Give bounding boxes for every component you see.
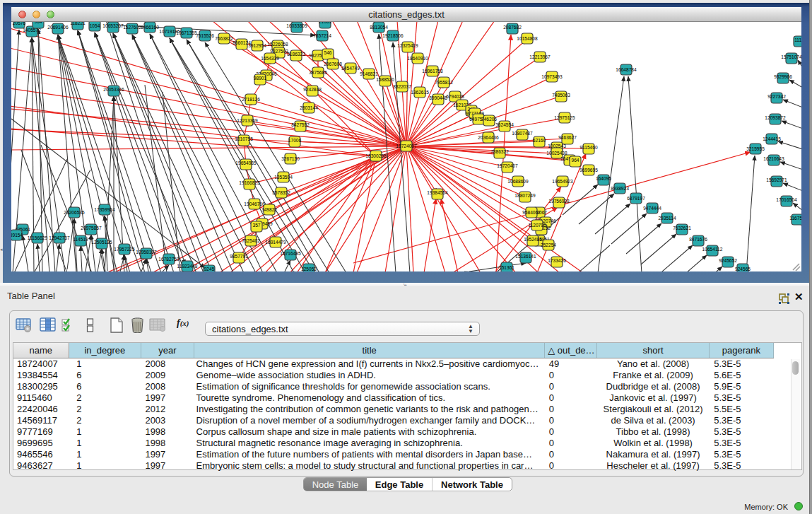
- svg-text:19756928: 19756928: [548, 199, 570, 204]
- svg-text:11923448: 11923448: [177, 264, 198, 269]
- svg-text:9857791: 9857791: [230, 254, 248, 259]
- svg-text:20975857: 20975857: [81, 226, 102, 230]
- svg-text:11156829: 11156829: [28, 235, 48, 240]
- svg-text:3912954: 3912954: [248, 43, 266, 48]
- svg-text:1120796: 1120796: [528, 223, 546, 228]
- svg-text:7485063: 7485063: [552, 93, 570, 98]
- svg-text:18724007: 18724007: [396, 144, 417, 148]
- svg-text:1054: 1054: [90, 23, 100, 28]
- svg-text:10154808: 10154808: [517, 36, 538, 41]
- svg-text:10653267: 10653267: [102, 23, 124, 28]
- svg-text:252254: 252254: [541, 243, 556, 247]
- svg-text:19654923: 19654923: [552, 179, 573, 184]
- svg-text:7857214: 7857214: [313, 33, 331, 38]
- svg-text:20576: 20576: [13, 22, 26, 25]
- svg-text:9329966: 9329966: [774, 74, 792, 79]
- svg-text:20691406: 20691406: [47, 25, 69, 30]
- svg-text:3267130: 3267130: [281, 156, 300, 161]
- svg-text:8990448: 8990448: [429, 95, 447, 100]
- svg-text:9245652: 9245652: [719, 258, 737, 263]
- svg-text:18300295: 18300295: [365, 153, 387, 158]
- svg-text:1353594: 1353594: [274, 175, 293, 180]
- svg-text:16033809: 16033809: [286, 23, 307, 28]
- svg-text:1527602: 1527602: [123, 25, 141, 30]
- svg-text:19166825: 19166825: [239, 180, 260, 185]
- svg-text:10807487: 10807487: [512, 131, 533, 136]
- svg-text:9474444: 9474444: [643, 206, 661, 211]
- svg-text:9115460: 9115460: [579, 145, 598, 150]
- svg-text:12942737: 12942737: [49, 235, 70, 240]
- svg-text:7515526: 7515526: [196, 33, 214, 38]
- svg-text:1810755: 1810755: [235, 136, 253, 141]
- svg-text:17016504: 17016504: [776, 197, 797, 202]
- svg-text:2935114: 2935114: [658, 216, 676, 221]
- svg-text:8466160: 8466160: [141, 25, 159, 30]
- svg-text:3875685: 3875685: [309, 70, 327, 75]
- svg-text:2718126: 2718126: [242, 97, 260, 102]
- svg-text:21061: 21061: [319, 22, 332, 24]
- svg-text:2803144: 2803144: [300, 105, 318, 110]
- svg-text:15751074: 15751074: [781, 54, 801, 59]
- svg-text:114519: 114519: [73, 237, 88, 242]
- svg-text:1112: 1112: [794, 37, 801, 42]
- svg-text:9584067: 9584067: [522, 210, 541, 215]
- svg-text:7632621: 7632621: [673, 226, 691, 230]
- svg-text:546: 546: [324, 50, 331, 55]
- svg-text:9146821: 9146821: [360, 71, 378, 76]
- svg-text:964: 964: [34, 22, 42, 24]
- svg-text:964: 964: [571, 158, 579, 163]
- svg-text:8322037: 8322037: [393, 84, 411, 89]
- svg-text:9245: 9245: [204, 267, 215, 271]
- svg-text:15716485: 15716485: [280, 251, 301, 256]
- svg-text:9227342: 9227342: [767, 94, 786, 99]
- svg-text:20206535: 20206535: [64, 210, 85, 215]
- svg-text:12093872: 12093872: [765, 115, 786, 120]
- svg-text:1588520: 1588520: [376, 77, 394, 82]
- svg-text:9463627: 9463627: [558, 135, 577, 140]
- svg-text:19654985: 19654985: [235, 160, 257, 165]
- svg-text:924565: 924565: [735, 267, 751, 271]
- svg-text:8186323: 8186323: [287, 52, 305, 57]
- svg-text:1952485: 1952485: [524, 237, 542, 242]
- svg-text:12213369: 12213369: [237, 118, 258, 123]
- svg-text:7955812: 7955812: [435, 80, 453, 85]
- svg-text:5578352: 5578352: [272, 190, 290, 195]
- svg-text:1244415: 1244415: [763, 136, 781, 141]
- svg-text:8427552: 8427552: [291, 122, 310, 127]
- svg-text:8471676: 8471676: [689, 237, 707, 242]
- svg-text:10654112: 10654112: [702, 247, 723, 252]
- svg-text:12213967: 12213967: [529, 54, 551, 59]
- svg-text:16914479: 16914479: [265, 240, 286, 245]
- svg-text:62160: 62160: [533, 138, 546, 143]
- svg-text:118221: 118221: [70, 22, 86, 25]
- svg-text:17359924: 17359924: [94, 207, 115, 212]
- svg-text:10973493: 10973493: [541, 74, 563, 79]
- svg-text:8813054: 8813054: [370, 25, 388, 30]
- svg-text:125053: 125053: [301, 267, 317, 271]
- svg-text:16210643: 16210643: [763, 156, 784, 161]
- svg-text:20364436: 20364436: [478, 135, 499, 140]
- svg-text:39154: 39154: [11, 233, 23, 238]
- svg-text:98901: 98901: [254, 76, 267, 81]
- svg-text:12325419: 12325419: [397, 43, 418, 48]
- svg-text:15136141: 15136141: [515, 254, 536, 259]
- svg-text:116753: 116753: [789, 216, 801, 221]
- svg-text:1362615: 1362615: [411, 90, 429, 95]
- svg-text:1733426: 1733426: [548, 258, 566, 263]
- svg-text:12505135: 12505135: [91, 240, 112, 245]
- svg-text:19384554: 19384554: [427, 190, 448, 195]
- svg-text:15692971: 15692971: [766, 177, 787, 182]
- svg-text:2087682: 2087682: [503, 25, 522, 30]
- svg-text:19218506: 19218506: [382, 33, 404, 38]
- svg-text:15226058: 15226058: [267, 42, 288, 47]
- svg-text:12975125: 12975125: [554, 115, 575, 120]
- svg-text:151361: 151361: [499, 265, 514, 270]
- svg-text:16648784: 16648784: [616, 67, 637, 72]
- svg-text:3215955: 3215955: [746, 146, 765, 151]
- svg-text:17957225: 17957225: [114, 247, 135, 252]
- svg-text:7625402: 7625402: [242, 238, 260, 243]
- svg-text:357: 357: [252, 223, 260, 228]
- svg-text:18807249: 18807249: [514, 193, 536, 198]
- svg-text:3624554: 3624554: [495, 122, 514, 127]
- svg-text:9699695: 9699695: [579, 168, 598, 173]
